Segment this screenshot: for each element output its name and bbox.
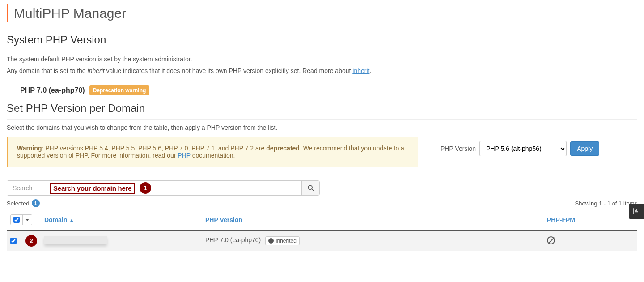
deprecation-warning-box: Warning: PHP versions PHP 5.4, PHP 5.5, … <box>7 137 418 167</box>
warning-text: : PHP versions PHP 5.4, PHP 5.5, PHP 5.6… <box>42 145 266 152</box>
deprecation-badge: Deprecation warning <box>89 85 150 95</box>
row-php-version: PHP 7.0 (ea-php70) <box>205 236 261 244</box>
sort-asc-icon: ▲ <box>69 217 74 223</box>
row-checkbox[interactable] <box>10 238 17 244</box>
page-header: MultiPHP Manager <box>7 4 637 22</box>
desc-em: inherit <box>88 67 105 74</box>
page-title: MultiPHP Manager <box>14 6 126 21</box>
select-all-checkbox[interactable] <box>13 217 20 223</box>
annotation-text: Search your domain here <box>50 183 135 194</box>
inherit-link[interactable]: inherit <box>352 67 369 74</box>
warning-strong: deprecated <box>266 145 300 152</box>
php-version-label: PHP Version <box>441 145 476 152</box>
showing-prefix: Showing <box>575 200 599 207</box>
select-all-checkbox-cell[interactable] <box>11 215 22 225</box>
desc-text: value indicates that it does not have it… <box>105 67 353 74</box>
apply-group: PHP Version PHP 5.6 (alt-php56) Apply <box>441 141 599 156</box>
table-row: 2 PHP 7.0 (ea-php70) i Inherited <box>7 230 637 251</box>
inherited-tag: i Inherited <box>265 236 300 245</box>
col-checkbox <box>7 210 41 230</box>
warning-text: documentation. <box>191 152 235 159</box>
system-php-version: PHP 7.0 (ea-php70) <box>20 86 85 94</box>
desc-text: Any domain that is set to the <box>7 67 88 74</box>
search-icon <box>308 185 314 191</box>
domain-name-redacted <box>44 236 107 244</box>
php-doc-link[interactable]: PHP <box>178 152 191 159</box>
col-php-version[interactable]: PHP Version <box>202 210 543 230</box>
warning-label: Warning <box>17 145 42 152</box>
inherited-label: Inherited <box>275 238 297 244</box>
domain-table: Domain ▲ PHP Version PHP-FPM 2 PHP 7.0 (… <box>7 210 637 251</box>
select-dropdown[interactable] <box>22 215 32 225</box>
stats-float-button[interactable] <box>629 204 644 219</box>
info-icon: i <box>268 238 274 244</box>
desc-text: . <box>369 67 371 74</box>
col-domain[interactable]: Domain ▲ <box>41 210 202 230</box>
table-header-row: Domain ▲ PHP Version PHP-FPM <box>7 210 637 230</box>
system-version-row: PHP 7.0 (ea-php70) Deprecation warning <box>20 85 637 95</box>
apply-button[interactable]: Apply <box>570 141 599 156</box>
showing-text: Showing 1 - 1 of 1 items <box>575 200 637 207</box>
svg-point-0 <box>308 185 312 189</box>
svg-line-1 <box>312 189 314 191</box>
system-php-desc2: Any domain that is set to the inherit va… <box>7 67 637 74</box>
per-domain-desc: Select the domains that you wish to chan… <box>7 124 637 131</box>
chart-icon <box>632 207 640 215</box>
per-domain-heading: Set PHP Version per Domain <box>7 102 637 120</box>
annotation-search: Search your domain here 1 <box>50 183 151 193</box>
search-button[interactable] <box>301 181 319 195</box>
search-group: Search your domain here 1 <box>7 180 320 196</box>
chevron-down-icon <box>25 219 29 221</box>
accent-bar <box>7 4 8 22</box>
selected-label: Selected <box>7 200 30 207</box>
system-php-desc1: The system default PHP version is set by… <box>7 56 637 63</box>
annotation-badge-1: 1 <box>140 182 151 194</box>
annotation-badge-2: 2 <box>25 235 37 247</box>
col-php-fpm[interactable]: PHP-FPM <box>543 210 637 230</box>
selected-count: Selected 1 <box>7 199 40 207</box>
php-version-select[interactable]: PHP 5.6 (alt-php56) <box>479 141 567 156</box>
ban-icon <box>547 236 555 244</box>
system-php-heading: System PHP Version <box>7 34 637 51</box>
selected-count-pill: 1 <box>32 199 40 207</box>
